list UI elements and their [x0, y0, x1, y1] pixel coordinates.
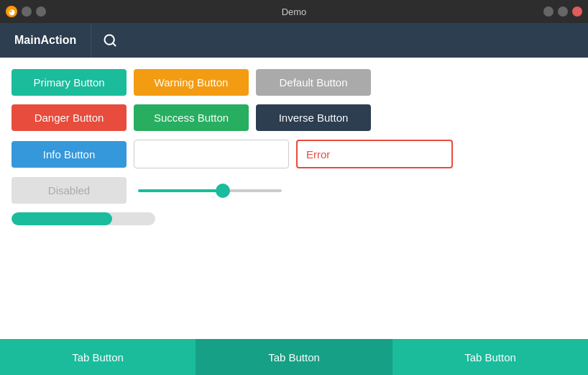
progress-bar-container — [12, 212, 155, 225]
info-button[interactable]: Info Button — [12, 141, 127, 168]
window-title: Demo — [282, 6, 307, 17]
disabled-button: Disabled — [12, 177, 127, 204]
app-logo: ◕ — [6, 6, 17, 17]
button-row-1: Primary Button Warning Button Default Bu… — [12, 69, 576, 96]
toolbar: MainAction — [0, 23, 588, 58]
slider-row: Disabled — [12, 177, 576, 204]
svg-line-1 — [113, 43, 116, 46]
button-row-3: Info Button — [12, 140, 576, 168]
tab-bar: Tab Button Tab Button Tab Button — [0, 339, 588, 375]
inverse-button[interactable]: Inverse Button — [256, 104, 371, 131]
minimize-button-right[interactable]: – — [543, 6, 553, 17]
maximize-button[interactable]: ❐ — [36, 6, 46, 17]
primary-button[interactable]: Primary Button — [12, 69, 127, 96]
warning-button[interactable]: Warning Button — [134, 69, 249, 96]
progress-bar-fill — [12, 212, 112, 225]
text-input[interactable] — [134, 140, 289, 168]
danger-button[interactable]: Danger Button — [12, 104, 127, 131]
tab-button-3[interactable]: Tab Button — [392, 339, 588, 375]
brand-label: MainAction — [0, 23, 91, 58]
error-input[interactable] — [296, 140, 453, 168]
main-content: Primary Button Warning Button Default Bu… — [0, 58, 588, 339]
slider[interactable] — [138, 189, 282, 192]
close-button[interactable]: ✕ — [572, 6, 582, 17]
button-row-2: Danger Button Success Button Inverse But… — [12, 104, 576, 131]
minimize-button[interactable]: – — [22, 6, 32, 17]
search-button[interactable] — [103, 33, 117, 48]
progress-row — [12, 212, 576, 225]
title-bar: ◕ – ❐ Demo – ❐ ✕ — [0, 0, 588, 23]
title-bar-controls: – ❐ ✕ — [543, 6, 582, 17]
tab-button-2[interactable]: Tab Button — [196, 339, 392, 375]
toolbar-search — [91, 33, 129, 48]
tab-button-1[interactable]: Tab Button — [0, 339, 196, 375]
title-bar-left: ◕ – ❐ — [6, 6, 46, 17]
maximize-button-right[interactable]: ❐ — [558, 6, 568, 17]
default-button[interactable]: Default Button — [256, 69, 371, 96]
search-icon — [103, 33, 117, 48]
success-button[interactable]: Success Button — [134, 104, 249, 131]
